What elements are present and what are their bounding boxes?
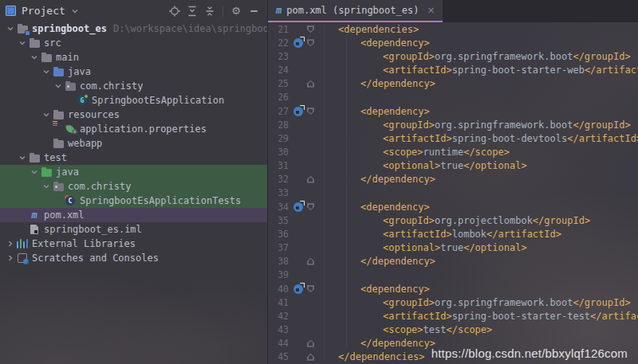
line-number: 24 — [268, 65, 289, 76]
maven-dependency-gutter-icon[interactable] — [291, 284, 305, 294]
tree-indent — [0, 201, 53, 202]
code-text[interactable]: <dependency> — [316, 106, 638, 117]
ide-window: Project ⚙ springboot_esD:\workspace\idea… — [0, 0, 638, 364]
maven-dependency-gutter-icon[interactable] — [291, 107, 305, 116]
close-icon[interactable]: × — [427, 5, 435, 16]
chevron-down-icon[interactable] — [53, 82, 64, 90]
code-text[interactable]: <groupId>org.springframework.boot</group… — [316, 51, 638, 62]
xml-tag: <dependency> — [360, 37, 430, 49]
xml-tag: <optional> — [383, 242, 440, 253]
locate-file-icon[interactable] — [167, 4, 182, 18]
code-fold-marker[interactable] — [305, 354, 316, 361]
code-text[interactable]: <groupId>org.springframework.boot</group… — [316, 297, 638, 308]
code-fold-marker[interactable] — [305, 39, 316, 46]
chevron-down-icon[interactable] — [29, 53, 40, 61]
tree-indent — [0, 229, 17, 230]
code-text[interactable]: <scope>runtime</scope> — [316, 147, 638, 158]
chevron-down-icon[interactable] — [17, 39, 28, 47]
code-text[interactable]: </dependency> — [316, 256, 638, 267]
code-fold-marker[interactable] — [305, 340, 316, 347]
indent-guide — [324, 24, 325, 361]
settings-gear-icon[interactable]: ⚙ — [229, 4, 243, 18]
code-fold-marker[interactable] — [305, 80, 316, 88]
chevron-down-icon[interactable] — [41, 111, 52, 119]
code-text[interactable]: <dependency> — [316, 37, 638, 49]
line-number: 42 — [268, 311, 289, 322]
tree-item-external-libraries[interactable]: External Libraries — [0, 237, 267, 251]
editor-area: m pom.xml (springboot_es) × 21<dependenc… — [268, 0, 638, 364]
xml-tag: <artifactId> — [383, 229, 452, 240]
xml-tag: </scope> — [463, 147, 510, 158]
xml-tag: <groupId> — [383, 119, 435, 131]
tree-item-label: SpringbootEsApplicationTests — [80, 195, 241, 206]
tree-item-label: External Libraries — [32, 238, 136, 249]
xml-tag: <dependency> — [360, 106, 430, 117]
code-text[interactable]: <dependencies> — [316, 24, 638, 35]
tree-item-springbootesapplicationtests[interactable]: CSpringbootEsApplicationTests — [0, 194, 267, 208]
chevron-down-icon[interactable] — [41, 182, 52, 190]
hide-panel-icon[interactable] — [246, 4, 261, 18]
tree-item-pom-xml[interactable]: mpom.xml — [0, 208, 267, 222]
tree-item-main[interactable]: main — [0, 50, 267, 65]
maven-dependency-gutter-icon[interactable] — [291, 202, 305, 212]
chevron-down-icon[interactable] — [29, 168, 40, 176]
tree-item-label: src — [44, 37, 61, 49]
tree-item-webapp[interactable]: webapp — [0, 136, 267, 151]
code-text[interactable]: <dependency> — [316, 202, 638, 213]
tree-item-label: test — [44, 152, 67, 163]
xml-value: true — [440, 160, 463, 171]
chevron-right-icon[interactable] — [5, 240, 16, 248]
code-text[interactable]: <artifactId>spring-boot-starter-web</art… — [316, 65, 638, 76]
code-fold-marker[interactable] — [305, 25, 316, 33]
code-text[interactable]: </dependency> — [316, 174, 638, 185]
line-number: 37 — [268, 242, 289, 253]
code-text[interactable]: <dependency> — [316, 284, 638, 295]
tree-indent — [0, 100, 65, 101]
tree-item-test[interactable]: test — [0, 151, 267, 165]
tree-item-java[interactable]: java — [0, 65, 267, 79]
code-fold-marker[interactable] — [305, 108, 316, 115]
chevron-right-icon[interactable] — [5, 254, 16, 262]
tree-item-com-christy[interactable]: com.christy — [0, 179, 267, 194]
tree-item-springboot-es-iml[interactable]: springboot_es.iml — [0, 222, 267, 237]
tree-item-springbootesapplication[interactable]: GSpringbootEsApplication — [0, 93, 267, 108]
tree-item-java[interactable]: java — [0, 165, 267, 179]
line-number: 41 — [268, 297, 289, 308]
chevron-down-icon[interactable] — [41, 68, 52, 76]
tree-item-scratches-and-consoles[interactable]: Scratches and Consoles — [0, 251, 267, 265]
chevron-down-icon[interactable] — [17, 154, 28, 162]
code-text[interactable]: <optional>true</optional> — [316, 160, 638, 171]
maven-dependency-gutter-icon[interactable] — [291, 38, 305, 48]
code-text[interactable]: <artifactId>spring-boot-devtools</artifa… — [316, 133, 638, 144]
code-fold-marker[interactable] — [305, 285, 316, 292]
code-text[interactable]: <artifactId>lombok</artifactId> — [316, 229, 638, 240]
package-icon — [64, 81, 77, 91]
tree-item-springboot-es[interactable]: springboot_esD:\workspace\idea\springboo… — [0, 22, 267, 36]
code-text[interactable]: <optional>true</optional> — [316, 242, 638, 253]
xml-tag: </dependencies> — [338, 351, 424, 362]
collapse-all-icon[interactable] — [203, 4, 217, 18]
code-text[interactable]: <groupId>org.projectlombok</groupId> — [316, 215, 638, 226]
project-panel-title[interactable]: Project — [22, 5, 65, 17]
code-text[interactable]: <artifactId>spring-boot-starter-test</ar… — [316, 311, 638, 322]
tab-pom-xml[interactable]: m pom.xml (springboot_es) × — [268, 0, 443, 22]
chevron-down-icon[interactable] — [5, 25, 16, 33]
code-fold-marker[interactable] — [305, 176, 316, 183]
chevron-down-icon[interactable] — [69, 7, 81, 15]
expand-all-icon[interactable] — [185, 4, 199, 18]
tree-item-com-christy[interactable]: com.christy — [0, 79, 267, 93]
tree-item-resources[interactable]: resources — [0, 108, 267, 122]
properties-file-icon — [64, 125, 77, 133]
code-fold-marker[interactable] — [305, 258, 316, 265]
line-number: 43 — [268, 324, 289, 335]
line-number: 44 — [268, 338, 289, 349]
folder-icon — [28, 38, 41, 48]
tree-item-src[interactable]: src — [0, 36, 267, 50]
tree-indent — [0, 143, 41, 144]
code-text[interactable]: <groupId>org.springframework.boot</group… — [316, 119, 638, 131]
code-editor[interactable]: 21<dependencies>22<dependency>23<groupId… — [268, 22, 638, 364]
code-text[interactable]: </dependency> — [316, 78, 638, 89]
tree-item-application-properties[interactable]: application.properties — [0, 122, 267, 136]
code-fold-marker[interactable] — [305, 203, 316, 210]
code-text[interactable]: <scope>test</scope> — [316, 324, 638, 335]
